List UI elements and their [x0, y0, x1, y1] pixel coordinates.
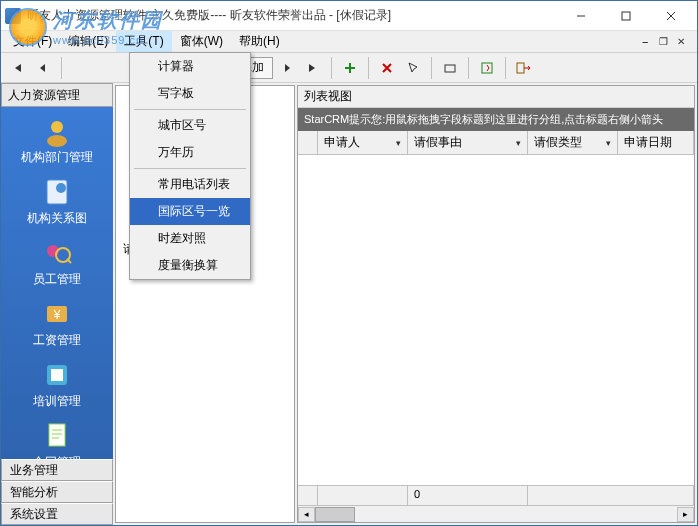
footer-settings[interactable]: 系统设置	[1, 503, 113, 525]
scroll-left-button[interactable]: ◂	[298, 507, 315, 522]
sidebar-item-label: 培训管理	[33, 393, 81, 410]
menu-edit[interactable]: 编辑(E)	[60, 31, 116, 52]
menubar: 文件(F) 编辑(E) 工具(T) 窗体(W) 帮助(H) ‒ ❐ ✕	[1, 31, 697, 53]
scroll-right-button[interactable]: ▸	[677, 507, 694, 522]
app-icon	[5, 8, 21, 24]
svg-point-10	[56, 183, 66, 193]
nav-next-button[interactable]	[275, 56, 299, 80]
delete-button[interactable]	[375, 56, 399, 80]
chevron-down-icon[interactable]: ▾	[396, 138, 401, 148]
grid-header: 申请人▾ 请假事由▾ 请假类型▾ 申请日期	[298, 131, 694, 155]
employee-icon	[41, 237, 73, 269]
sidebar: 人力资源管理 机构部门管理 机构关系图 员工管理 ¥ 工资管理 培训管理	[1, 83, 113, 525]
svg-text:¥: ¥	[53, 308, 61, 322]
sidebar-item-label: 员工管理	[33, 271, 81, 288]
grid-col-reason[interactable]: 请假事由▾	[408, 131, 528, 154]
menu-tools[interactable]: 工具(T)	[116, 31, 171, 52]
window-title: 昕友人力资源管理软件 永久免费版---- 昕友软件荣誉出品 - [休假记录]	[27, 7, 558, 24]
grid-body[interactable]	[298, 155, 694, 485]
maximize-button[interactable]	[603, 2, 648, 30]
mdi-close-button[interactable]: ✕	[673, 35, 689, 49]
grid-col-selector[interactable]	[298, 131, 318, 154]
sidebar-item-relation[interactable]: 机构关系图	[1, 172, 113, 233]
footer-count: 0	[408, 486, 528, 505]
nav-last-button[interactable]	[301, 56, 325, 80]
list-view-header: 列表视图	[298, 86, 694, 108]
svg-rect-18	[49, 424, 65, 446]
mdi-restore-button[interactable]: ❐	[655, 35, 671, 49]
mdi-minimize-button[interactable]: ‒	[637, 35, 653, 49]
svg-rect-6	[517, 63, 524, 73]
sidebar-item-label: 机构关系图	[27, 210, 87, 227]
menu-file[interactable]: 文件(F)	[5, 31, 60, 52]
dropdown-citycode[interactable]: 城市区号	[130, 112, 250, 139]
relation-icon	[41, 176, 73, 208]
contract-icon	[41, 420, 73, 452]
select-button[interactable]	[401, 56, 425, 80]
footer-analysis[interactable]: 智能分析	[1, 481, 113, 503]
svg-rect-1	[622, 12, 630, 20]
svg-line-13	[67, 259, 71, 263]
tool-a-button[interactable]	[438, 56, 462, 80]
hint-bar: StarCRM提示您:用鼠标拖拽字段标题到这里进行分组,点击标题右侧小箭头	[298, 108, 694, 131]
dropdown-intlcode[interactable]: 国际区号一览	[130, 198, 250, 225]
dropdown-calendar[interactable]: 万年历	[130, 139, 250, 166]
dropdown-units[interactable]: 度量衡换算	[130, 252, 250, 279]
footer-business[interactable]: 业务管理	[1, 459, 113, 481]
scroll-thumb[interactable]	[315, 507, 355, 522]
chevron-down-icon[interactable]: ▾	[606, 138, 611, 148]
minimize-button[interactable]	[558, 2, 603, 30]
grid-footer: 0	[298, 485, 694, 505]
nav-first-button[interactable]	[5, 56, 29, 80]
sidebar-item-label: 工资管理	[33, 332, 81, 349]
svg-point-8	[47, 135, 67, 147]
grid-col-date[interactable]: 申请日期	[618, 131, 694, 154]
nav-prev-button[interactable]	[31, 56, 55, 80]
training-icon	[41, 359, 73, 391]
refresh-button[interactable]	[475, 56, 499, 80]
sidebar-item-salary[interactable]: ¥ 工资管理	[1, 294, 113, 355]
dropdown-timezone[interactable]: 时差对照	[130, 225, 250, 252]
dropdown-phonelist[interactable]: 常用电话列表	[130, 171, 250, 198]
salary-icon: ¥	[41, 298, 73, 330]
sidebar-header[interactable]: 人力资源管理	[1, 83, 113, 107]
dropdown-calculator[interactable]: 计算器	[130, 53, 250, 80]
svg-rect-17	[51, 369, 63, 381]
close-button[interactable]	[648, 2, 693, 30]
titlebar: 昕友人力资源管理软件 永久免费版---- 昕友软件荣誉出品 - [休假记录]	[1, 1, 697, 31]
sidebar-item-employee[interactable]: 员工管理	[1, 233, 113, 294]
sidebar-item-label: 机构部门管理	[21, 149, 93, 166]
list-view-title: 列表视图	[304, 88, 352, 105]
add-button[interactable]	[338, 56, 362, 80]
svg-rect-5	[482, 63, 492, 73]
sidebar-item-org[interactable]: 机构部门管理	[1, 111, 113, 172]
sidebar-item-training[interactable]: 培训管理	[1, 355, 113, 416]
svg-rect-4	[445, 65, 455, 72]
exit-button[interactable]	[512, 56, 536, 80]
dropdown-wordpad[interactable]: 写字板	[130, 80, 250, 107]
org-icon	[41, 115, 73, 147]
menu-window[interactable]: 窗体(W)	[172, 31, 231, 52]
right-panel: 列表视图 StarCRM提示您:用鼠标拖拽字段标题到这里进行分组,点击标题右侧小…	[297, 85, 695, 523]
tools-dropdown: 计算器 写字板 城市区号 万年历 常用电话列表 国际区号一览 时差对照 度量衡换…	[129, 52, 251, 280]
grid-col-applicant[interactable]: 申请人▾	[318, 131, 408, 154]
grid-col-type[interactable]: 请假类型▾	[528, 131, 618, 154]
toolbar: 编辑与添加	[1, 53, 697, 83]
svg-point-7	[51, 121, 63, 133]
sidebar-item-contract[interactable]: 合同管理	[1, 416, 113, 459]
chevron-down-icon[interactable]: ▾	[516, 138, 521, 148]
menu-help[interactable]: 帮助(H)	[231, 31, 288, 52]
horizontal-scrollbar[interactable]: ◂ ▸	[298, 505, 694, 522]
